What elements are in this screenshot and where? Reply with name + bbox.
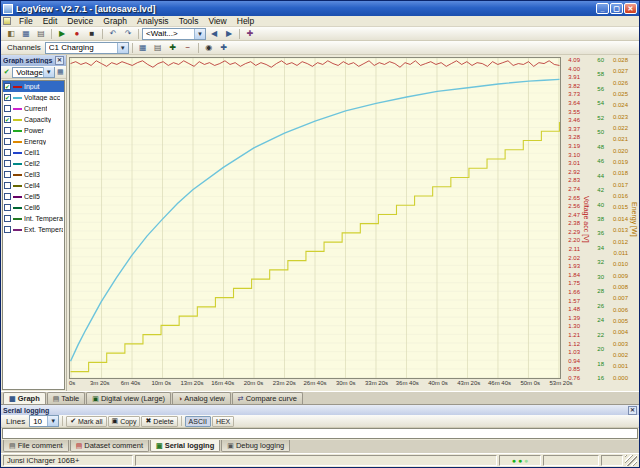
tab-dataset-comment[interactable]: ▤Dataset comment (70, 440, 149, 452)
checkbox-icon[interactable] (4, 160, 11, 167)
title-bar[interactable]: LogView - V2.7.1 - [autosave.lvd] _▢✕ (1, 1, 639, 16)
zoom-in-icon[interactable]: ✚ (166, 42, 180, 54)
delete-icon: ✖ (145, 417, 151, 425)
series-item-cell3[interactable]: Cell3 (3, 169, 64, 180)
series-item-current[interactable]: Current (3, 103, 64, 114)
tab-analog-view[interactable]: ◑Analog view (172, 392, 231, 404)
record-icon[interactable]: ● (70, 28, 84, 40)
series-item-capacity[interactable]: ✔Capacity (3, 114, 64, 125)
mode-ascii-button[interactable]: ASCII (185, 416, 211, 427)
status-leds: ●●● (499, 455, 541, 466)
lines-combo[interactable]: 10▼ (29, 415, 59, 427)
checkbox-icon[interactable]: ✔ (4, 116, 11, 123)
tab-serial-logging[interactable]: ▣Serial logging (150, 440, 220, 452)
minimize-button[interactable]: _ (596, 3, 609, 14)
bottom-tabs: ▤File comment▤Dataset comment▣Serial log… (1, 440, 639, 453)
checkbox-icon[interactable] (4, 171, 11, 178)
serial-log-output[interactable] (2, 428, 638, 439)
mdi-child-icon[interactable] (3, 17, 11, 25)
print-icon[interactable]: ▤ (34, 28, 48, 40)
series-type-combo[interactable]: Voltage ▼ (12, 67, 55, 78)
checkbox-icon[interactable] (4, 138, 11, 145)
tab-compare-curve[interactable]: ⇄Compare curve (232, 392, 303, 404)
checkbox-icon[interactable]: ✔ (4, 83, 11, 90)
settings-icon[interactable]: ✚ (243, 28, 257, 40)
menu-item-file[interactable]: File (14, 16, 38, 26)
resize-grip[interactable] (625, 455, 637, 466)
delete-button[interactable]: ✖Delete (141, 416, 177, 427)
checkbox-icon[interactable] (4, 226, 11, 233)
tab-file-comment[interactable]: ▤File comment (3, 440, 69, 452)
prev-dataset-icon[interactable]: ◀ (207, 28, 221, 40)
green-tick: 22 (591, 332, 604, 338)
series-item-cell4[interactable]: Cell4 (3, 180, 64, 191)
table-view-icon[interactable]: ▤ (151, 42, 165, 54)
undo-icon[interactable]: ↶ (106, 28, 120, 40)
copy-button[interactable]: ▣Copy (108, 416, 141, 427)
series-item-int-temperatur[interactable]: Int. Temperatur (3, 213, 64, 224)
checkbox-icon[interactable] (4, 105, 11, 112)
series-item-input[interactable]: ✔Input (3, 81, 64, 92)
channel-combo[interactable]: C1 Charging▼ (45, 42, 129, 54)
tab-debug-logging[interactable]: ▣Debug logging (221, 440, 290, 452)
green-tick: 18 (591, 361, 604, 367)
close-panel-icon[interactable]: ✕ (55, 56, 64, 65)
menu-item-help[interactable]: Help (232, 16, 259, 26)
graph-view-icon[interactable]: ▦ (136, 42, 150, 54)
tab-table[interactable]: ▤Table (47, 392, 86, 404)
redo-icon[interactable]: ↷ (121, 28, 135, 40)
series-options-icon[interactable]: ▦ (56, 67, 65, 78)
series-item-cell6[interactable]: Cell6 (3, 202, 64, 213)
stop-icon[interactable]: ■ (85, 28, 99, 40)
toolbar-separator (51, 29, 52, 39)
menu-item-analysis[interactable]: Analysis (132, 16, 174, 26)
next-dataset-icon[interactable]: ▶ (222, 28, 236, 40)
menu-item-tools[interactable]: Tools (174, 16, 204, 26)
crosshair-icon[interactable]: ✚ (217, 42, 231, 54)
green-tick: 54 (591, 100, 604, 106)
checkbox-icon[interactable] (4, 204, 11, 211)
menu-item-edit[interactable]: Edit (38, 16, 63, 26)
series-item-cell2[interactable]: Cell2 (3, 158, 64, 169)
menu-bar: FileEditDeviceGraphAnalysisToolsViewHelp (1, 16, 639, 27)
series-item-label: Cell3 (24, 171, 40, 178)
series-item-energy[interactable]: Energy (3, 136, 64, 147)
close-button[interactable]: ✕ (624, 3, 637, 14)
checkbox-icon[interactable] (4, 127, 11, 134)
copy-icon: ▣ (112, 417, 119, 425)
series-item-cell5[interactable]: Cell5 (3, 191, 64, 202)
green-tick: 60 (591, 57, 604, 63)
toolbar-separator (132, 43, 133, 53)
check-all-icon[interactable]: ✔ (2, 67, 11, 78)
open-file-icon[interactable]: ◧ (4, 28, 18, 40)
menu-item-graph[interactable]: Graph (98, 16, 132, 26)
channels-label: Channels (4, 43, 44, 52)
series-item-voltage-acc[interactable]: ✔Voltage acc (3, 92, 64, 103)
maximize-button[interactable]: ▢ (610, 3, 623, 14)
close-serial-panel-icon[interactable]: ✕ (628, 406, 637, 415)
series-item-ext-temperatur[interactable]: Ext. Temperatur (3, 224, 64, 235)
mark-all-button[interactable]: ✔Mark all (66, 416, 106, 427)
menu-item-view[interactable]: View (203, 16, 231, 26)
tab-label: Graph (18, 394, 40, 403)
series-item-cell1[interactable]: Cell1 (3, 147, 64, 158)
chart-canvas[interactable] (69, 57, 561, 379)
menu-item-device[interactable]: Device (62, 16, 98, 26)
energy-tick: 0.013 (605, 227, 628, 233)
checkbox-icon[interactable] (4, 149, 11, 156)
mode-hex-button[interactable]: HEX (212, 416, 234, 427)
checkbox-icon[interactable] (4, 193, 11, 200)
tab-digital-view-large[interactable]: ▣Digital view (Large) (86, 392, 171, 404)
tab-graph[interactable]: ▦Graph (3, 392, 46, 404)
snapshot-icon[interactable]: ◉ (202, 42, 216, 54)
save-file-icon[interactable]: ▦ (19, 28, 33, 40)
checkbox-icon[interactable]: ✔ (4, 94, 11, 101)
checkbox-icon[interactable] (4, 182, 11, 189)
connect-device-icon[interactable]: ▶ (55, 28, 69, 40)
x-tick-label: 6m 40s (121, 380, 141, 386)
device-status-combo[interactable]: <Wait...>▼ (142, 28, 206, 40)
series-item-power[interactable]: Power (3, 125, 64, 136)
green-tick: 20 (591, 346, 604, 352)
zoom-out-icon[interactable]: − (181, 42, 195, 54)
checkbox-icon[interactable] (4, 215, 11, 222)
